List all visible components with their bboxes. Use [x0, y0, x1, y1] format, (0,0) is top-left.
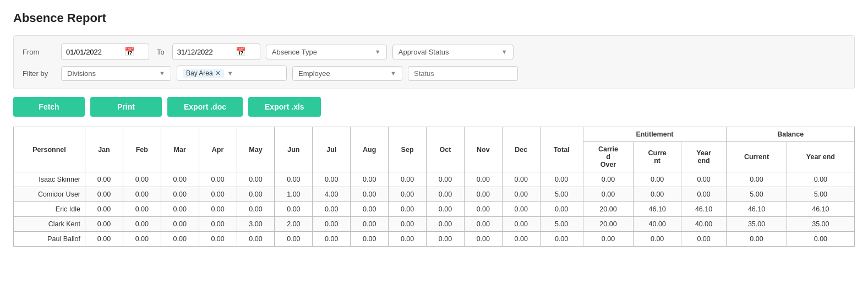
th-total: Total — [540, 127, 583, 172]
th-nov: Nov — [464, 127, 502, 172]
th-ent-year-end: Yearend — [681, 142, 726, 172]
cell-month: 0.00 — [313, 232, 351, 247]
th-balance-group: Balance — [727, 127, 855, 142]
cell-month: 0.00 — [502, 202, 540, 217]
to-calendar-icon[interactable]: 📅 — [236, 47, 246, 57]
cell-bal-year-end: 46.10 — [787, 202, 854, 217]
cell-carried-over: 0.00 — [583, 232, 634, 247]
divisions-chevron: ▼ — [159, 70, 165, 77]
cell-personnel: Eric Idle — [14, 202, 85, 217]
cell-month: 1.00 — [275, 187, 313, 202]
cell-month: 0.00 — [351, 187, 389, 202]
export-doc-button[interactable]: Export .doc — [167, 97, 243, 117]
to-date-input[interactable]: 📅 — [172, 43, 260, 60]
th-jul: Jul — [313, 127, 351, 172]
th-carried-over: CarriedOver — [583, 142, 634, 172]
th-sep: Sep — [389, 127, 427, 172]
bay-area-select[interactable]: Bay Area ✕ ▼ — [177, 66, 287, 81]
table-row: Comidor User0.000.000.000.000.001.004.00… — [14, 187, 855, 202]
cell-month: 0.00 — [464, 232, 502, 247]
filter-by-label: Filter by — [23, 69, 56, 78]
fetch-button[interactable]: Fetch — [13, 97, 85, 117]
from-date-field[interactable] — [66, 48, 121, 56]
th-apr: Apr — [199, 127, 237, 172]
cell-month: 0.00 — [237, 202, 275, 217]
table-header-group-row: Personnel Jan Feb Mar Apr May Jun Jul Au… — [14, 127, 855, 142]
cell-month: 0.00 — [351, 172, 389, 187]
cell-month: 0.00 — [161, 172, 199, 187]
from-date-input[interactable]: 📅 — [61, 43, 149, 60]
cell-carried-over: 20.00 — [583, 217, 634, 232]
cell-month: 0.00 — [313, 217, 351, 232]
cell-month: 4.00 — [313, 187, 351, 202]
cell-bal-year-end: 5.00 — [787, 187, 854, 202]
cell-ent-year-end: 0.00 — [681, 232, 726, 247]
to-label: To — [157, 48, 165, 56]
bay-area-remove-btn[interactable]: ✕ — [215, 69, 221, 77]
cell-bal-current: 0.00 — [727, 172, 787, 187]
from-label: From — [23, 48, 56, 56]
cell-month: 0.00 — [313, 202, 351, 217]
cell-month: 0.00 — [389, 172, 427, 187]
export-xls-button[interactable]: Export .xls — [248, 97, 321, 117]
divisions-select[interactable]: Divisions ▼ — [61, 66, 171, 81]
cell-ent-year-end: 40.00 — [681, 217, 726, 232]
cell-month: 0.00 — [237, 172, 275, 187]
cell-month: 0.00 — [502, 172, 540, 187]
cell-ent-current: 0.00 — [634, 187, 681, 202]
th-oct: Oct — [427, 127, 465, 172]
cell-month: 0.00 — [123, 202, 161, 217]
employee-select[interactable]: Employee ▼ — [292, 66, 402, 81]
cell-month: 0.00 — [351, 202, 389, 217]
cell-month: 0.00 — [161, 217, 199, 232]
cell-month: 0.00 — [199, 187, 237, 202]
employee-chevron: ▼ — [390, 70, 396, 77]
cell-month: 0.00 — [123, 172, 161, 187]
cell-month: 3.00 — [237, 217, 275, 232]
cell-month: 0.00 — [161, 202, 199, 217]
report-table: Personnel Jan Feb Mar Apr May Jun Jul Au… — [13, 127, 855, 247]
cell-month: 0.00 — [427, 187, 465, 202]
cell-carried-over: 0.00 — [583, 172, 634, 187]
cell-month: 0.00 — [199, 172, 237, 187]
cell-month: 0.00 — [427, 202, 465, 217]
th-jun: Jun — [275, 127, 313, 172]
cell-bal-current: 5.00 — [727, 187, 787, 202]
th-mar: Mar — [161, 127, 199, 172]
cell-month: 0.00 — [85, 232, 123, 247]
cell-total: 5.00 — [540, 217, 583, 232]
cell-month: 0.00 — [85, 202, 123, 217]
filter-row-1: From 📅 To 📅 Absence Type ▼ Approval Stat… — [23, 43, 845, 60]
cell-month: 0.00 — [199, 217, 237, 232]
cell-personnel: Paul Ballof — [14, 232, 85, 247]
cell-month: 0.00 — [237, 232, 275, 247]
to-date-field[interactable] — [177, 48, 232, 56]
approval-status-select[interactable]: Approval Status ▼ — [392, 45, 514, 59]
cell-ent-year-end: 46.10 — [681, 202, 726, 217]
th-aug: Aug — [351, 127, 389, 172]
cell-bal-current: 46.10 — [727, 202, 787, 217]
cell-month: 0.00 — [123, 232, 161, 247]
cell-month: 0.00 — [237, 187, 275, 202]
divisions-label: Divisions — [67, 69, 156, 78]
cell-total: 0.00 — [540, 202, 583, 217]
cell-month: 0.00 — [85, 187, 123, 202]
cell-month: 0.00 — [464, 202, 502, 217]
th-bal-current: Current — [727, 142, 787, 172]
cell-month: 0.00 — [389, 202, 427, 217]
cell-ent-year-end: 0.00 — [681, 187, 726, 202]
absence-type-label: Absence Type — [272, 48, 372, 56]
from-calendar-icon[interactable]: 📅 — [124, 47, 135, 57]
cell-month: 0.00 — [464, 187, 502, 202]
cell-ent-current: 0.00 — [634, 172, 681, 187]
cell-month: 0.00 — [199, 202, 237, 217]
th-entitlement-group: Entitlement — [583, 127, 727, 142]
print-button[interactable]: Print — [90, 97, 162, 117]
cell-month: 0.00 — [502, 217, 540, 232]
status-input[interactable] — [408, 66, 518, 81]
cell-bal-current: 35.00 — [727, 217, 787, 232]
table-row: Eric Idle0.000.000.000.000.000.000.000.0… — [14, 202, 855, 217]
cell-month: 0.00 — [199, 232, 237, 247]
absence-type-select[interactable]: Absence Type ▼ — [266, 45, 387, 59]
cell-month: 0.00 — [85, 217, 123, 232]
